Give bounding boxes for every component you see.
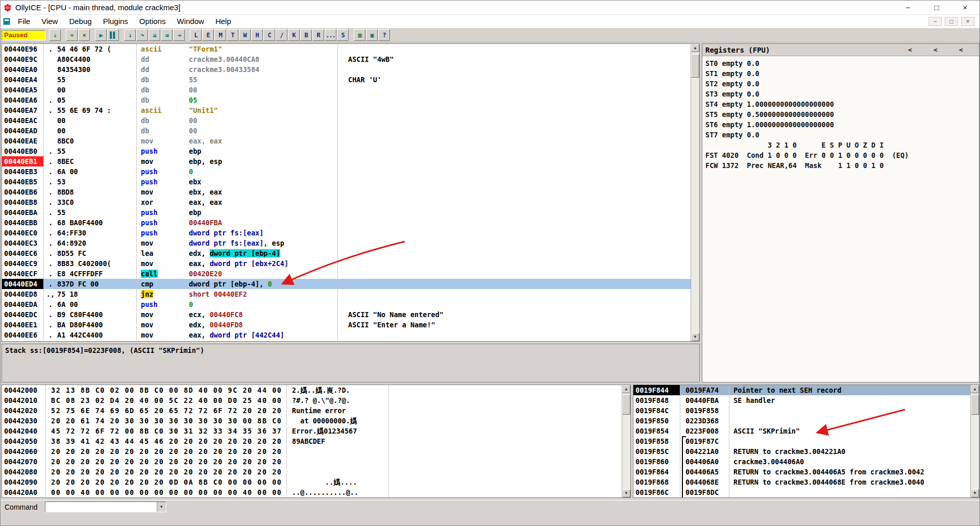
fpu-line[interactable]: ST4 empty 1.0000000000000000000 [702,99,979,109]
toolbar-pause-button[interactable]: ▌▌ [107,29,119,41]
stack-row[interactable]: 0019F86C0019F8DC [633,487,970,497]
scroll-thumb[interactable] [971,394,979,415]
dump-row[interactable]: 004420A000 00 40 00 00 00 00 00 00 00 00… [2,487,622,497]
dump-row[interactable]: 0044200032 13 8B C0 02 00 8B C0 00 8D 40… [2,385,622,395]
command-input[interactable] [45,502,157,512]
stack-row[interactable]: 0019F85C004221A0RETURN to crackme3.00422… [633,446,970,457]
toolbar-trace-into-button[interactable]: ⇊ [149,29,160,41]
maximize-button[interactable]: □ [922,1,951,14]
disasm-scrollbar[interactable]: ▲ ▼ [691,44,699,341]
menu-item-options[interactable]: Options [134,15,172,28]
dump-row[interactable]: 0044203020 20 61 74 20 30 30 30 30 30 30… [2,416,622,426]
dump-row[interactable]: 0044202052 75 6E 74 69 6D 65 20 65 72 72… [2,405,622,416]
disasm-row[interactable]: 00440E9CA80C4400ddcrackme3.00440CA8ASCII… [2,54,691,64]
stack-row[interactable]: 0019F8540223F008ASCII "SKPrimin" [633,426,970,436]
scroll-up-button[interactable]: ▲ [971,385,979,393]
menu-item-file[interactable]: File [12,15,36,28]
registers-pane-nav-button-3[interactable]: < [952,45,970,55]
disasm-row[interactable]: 00440EC3.64:8920movdword ptr fs:[eax], e… [2,238,691,248]
toolbar-view-run-trace-button[interactable]: ... [325,29,336,41]
scroll-thumb[interactable] [691,54,699,78]
disasm-row[interactable]: 00440EBA.55pushebp [2,207,691,218]
fpu-line[interactable]: FST 4020 Cond 1 0 0 0 Err 0 0 1 0 0 0 0 … [702,150,979,160]
registers-pane-nav-button-1[interactable]: < [901,45,919,55]
dump-row[interactable]: 0044204045 72 72 6F 72 00 8B C0 30 31 32… [2,426,622,436]
scroll-up-button[interactable]: ▲ [691,44,699,52]
toolbar-view-handles-button[interactable]: H [251,29,263,41]
fpu-line[interactable]: ST0 empty 0.0 [702,58,979,68]
disasm-row[interactable]: 00440EA500db00 [2,85,691,95]
scroll-down-button[interactable]: ▼ [691,333,699,341]
dump-row[interactable]: 0044207020 20 20 20 20 20 20 20 20 20 20… [2,457,622,467]
toolbar-open-button[interactable]: ⇓ [49,29,61,41]
toolbar-view-breakpoints-button[interactable]: B [300,29,312,41]
toolbar-view-memory-button[interactable]: M [214,29,226,41]
dump-row[interactable]: 0044208020 20 20 20 20 20 20 20 20 20 20… [2,467,622,477]
mdi-close-button[interactable]: × [961,17,974,26]
dump-row[interactable]: 0044209020 20 20 20 20 20 20 20 0D 0A 8B… [2,477,622,487]
disasm-row[interactable]: 00440EB5.53pushebx [2,177,691,187]
toolbar-view-executables-button[interactable]: E [202,29,214,41]
disasm-row[interactable]: 00440EB8.33C0xoreax, eax [2,197,691,207]
disasm-row[interactable]: 00440EAC00db00 [2,115,691,126]
menu-item-plugins[interactable]: Plugins [97,15,134,28]
disasm-row[interactable]: 00440EAD00db00 [2,126,691,136]
disasm-row[interactable]: 00440EB3.6A 00push0 [2,166,691,177]
disasm-row[interactable]: 00440EC0.64:FF30pushdword ptr fs:[eax] [2,228,691,238]
stack-row[interactable]: 0019F864004406A5RETURN to crackme3.00440… [633,467,970,477]
disasm-row[interactable]: 00440EB0.55pushebp [2,146,691,156]
close-button[interactable]: × [951,1,979,14]
disasm-row[interactable]: 00440EDA.6A 00push0 [2,299,691,309]
fpu-line[interactable]: 3 2 1 0 E S P U O Z D I [702,140,979,150]
info-line[interactable]: Stack ss:[0019F854]=0223F008, (ASCII "SK… [2,344,699,356]
toolbar-options-button[interactable]: ▦ [354,29,365,41]
disasm-row[interactable]: 00440EDC.B9 C80F4400movecx, 00440FC8ASCI… [2,309,691,320]
menu-item-view[interactable]: View [36,15,63,28]
disasm-row[interactable]: 00440EA455db55CHAR 'U' [2,75,691,85]
disasm-row[interactable]: 00440EB1.8BECmovebp, esp [2,156,691,166]
toolbar-run-button[interactable]: ▶ [95,29,107,41]
disasm-row[interactable]: 00440ED4.837D FC 00cmpdword ptr [ebp-4],… [2,279,691,289]
stack-row[interactable]: 0019F8440019FA74Pointer to next SEH reco… [633,385,970,395]
scroll-up-button[interactable]: ▲ [622,385,630,393]
toolbar-view-patches-button[interactable]: / [276,29,287,41]
disasm-row[interactable]: 00440EA6.05db05 [2,95,691,105]
toolbar-restart-button[interactable]: « [66,29,78,41]
toolbar-view-threads-button[interactable]: T [227,29,238,41]
disasm-row[interactable]: 00440ECF.E8 4CFFFDFFcall00420E20 [2,269,691,279]
disasm-row[interactable]: 00440EA084354300ddcrackme3.00433584 [2,64,691,75]
toolbar-execute-till-return-button[interactable]: ⇥ [173,29,185,41]
stack-row[interactable]: 0019F84800440FBASE handler [633,395,970,405]
disasm-row[interactable]: 00440EE1.BA D80F4400movedx, 00440FD8ASCI… [2,320,691,330]
fpu-line[interactable]: ST1 empty 0.0 [702,68,979,79]
dump-scrollbar[interactable]: ▲ ▼ [622,385,630,497]
disasm-row[interactable]: 00440EAE8BC0moveax, eax [2,136,691,146]
command-combobox[interactable]: ▼ [45,501,166,512]
stack-row[interactable]: 0019F84C0019F858 [633,405,970,416]
menu-item-help[interactable]: Help [210,15,237,28]
disasm-row[interactable]: 00440ED8.,75 18jnzshort 00440EF2 [2,289,691,299]
scroll-down-button[interactable]: ▼ [971,489,979,497]
mdi-restore-button[interactable]: □ [945,17,958,26]
stack-row[interactable]: 0019F8680044068ERETURN to crackme3.00440… [633,477,970,487]
toolbar-close-target-button[interactable]: × [78,29,90,41]
mdi-minimize-button[interactable]: − [928,17,942,26]
disasm-row[interactable]: 00440EA7.55 6E 69 74 :ascii"Unit1" [2,105,691,115]
toolbar-view-log-button[interactable]: L [190,29,202,41]
fpu-line[interactable]: ST5 empty 0.5000000000000000000 [702,109,979,119]
disasm-row[interactable]: 00440EBB.68 BA0F4400push00440FBA [2,218,691,228]
combo-dropdown-button[interactable]: ▼ [157,502,166,512]
fpu-line[interactable]: ST6 empty 1.0000000000000000000 [702,119,979,130]
toolbar-view-call-stack-button[interactable]: K [288,29,300,41]
stack-row[interactable]: 0019F8500223D368 [633,416,970,426]
toolbar-step-over-button[interactable]: ↷ [136,29,148,41]
scroll-thumb[interactable] [622,394,630,415]
toolbar-step-into-button[interactable]: ↓ [124,29,136,41]
fpu-line[interactable]: ST3 empty 0.0 [702,89,979,99]
stack-row[interactable]: 0019F8580019F87C [633,436,970,446]
menu-item-window[interactable]: Window [172,15,210,28]
fpu-line[interactable]: ST2 empty 0.0 [702,79,979,89]
dump-row[interactable]: 0044205038 39 41 42 43 44 45 46 20 20 20… [2,436,622,446]
toolbar-view-references-button[interactable]: R [312,29,324,41]
disasm-row[interactable]: 00440E96.54 46 6F 72 (ascii"TForm1" [2,44,691,54]
